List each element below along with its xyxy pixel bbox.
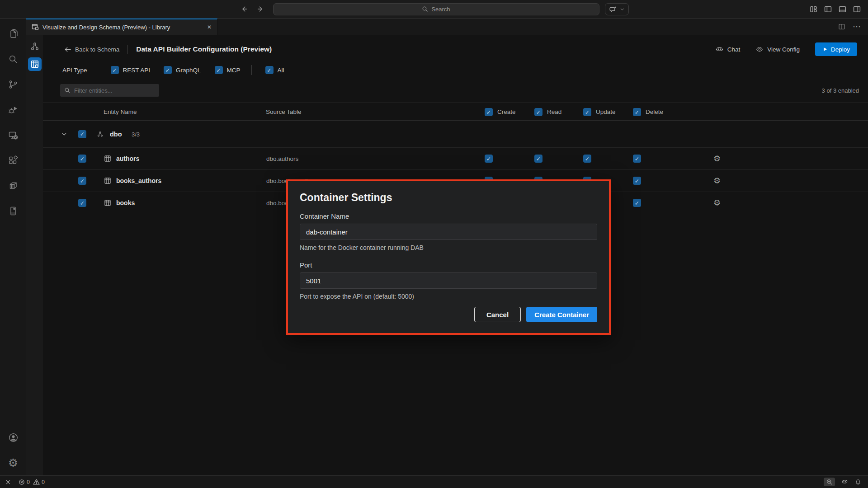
play-icon [822,47,828,52]
entities-table-header: Entity Name Source Table Create Read Upd… [43,103,868,121]
account-icon[interactable] [0,425,26,450]
table-row-authors[interactable]: authors dbo.authors [43,148,868,170]
read-all-checkbox[interactable] [534,108,542,116]
tab-bar: Visualize and Design Schema (Preview) - … [26,19,868,35]
all-checkbox[interactable] [265,66,274,74]
container-settings-dialog: Container Settings Container Name Name f… [286,179,611,335]
toggle-primary-sidebar-icon[interactable] [824,5,832,13]
run-debug-icon[interactable] [0,97,26,122]
entity-settings-gear-icon[interactable] [713,177,721,185]
col-entity-name: Entity Name [104,103,137,121]
mcp-checkbox-item[interactable]: MCP [215,66,241,74]
cancel-button[interactable]: Cancel [474,307,521,322]
group-count: 3/3 [132,131,140,137]
create-all-checkbox[interactable] [485,108,493,116]
copilot-chat-button[interactable] [605,3,629,15]
activity-bar [0,19,26,475]
collapse-chevron-icon[interactable] [61,131,67,137]
extensions-icon[interactable] [0,148,26,173]
filter-entities-input[interactable] [60,84,159,97]
delete-checkbox[interactable] [633,177,641,185]
chat-button[interactable]: Chat [715,45,741,54]
schema-designer-tab-icon [32,23,39,31]
schema-diagram-icon[interactable] [29,41,40,52]
search-icon [422,6,428,12]
copilot-status-icon[interactable] [841,478,849,486]
remote-indicator-icon[interactable] [5,479,12,486]
api-type-separator [251,65,252,75]
col-source-table: Source Table [266,103,302,121]
table-icon [104,177,111,184]
nav-back-icon[interactable] [240,5,249,14]
remote-explorer-icon[interactable] [0,122,26,148]
search-label: Search [431,6,450,13]
toggle-secondary-sidebar-icon[interactable] [853,5,861,13]
source-control-icon[interactable] [0,72,26,97]
toggle-panel-icon[interactable] [839,5,846,13]
deploy-button[interactable]: Deploy [815,42,857,56]
row-checkbox[interactable] [78,155,86,163]
read-checkbox[interactable] [534,155,542,163]
schema-group-row[interactable]: dbo 3/3 [43,121,868,148]
dab-config-view-icon[interactable] [28,57,42,71]
container-tools-icon[interactable] [0,173,26,198]
row-checkbox[interactable] [78,177,86,185]
group-checkbox[interactable] [78,130,86,138]
header-separator [127,45,128,54]
rest-api-checkbox[interactable] [111,66,119,74]
delete-checkbox[interactable] [633,199,641,207]
tab-visualize-schema[interactable]: Visualize and Design Schema (Preview) - … [26,19,217,35]
rest-api-checkbox-item[interactable]: REST API [111,66,151,74]
row-checkbox[interactable] [78,199,86,207]
port-input[interactable] [300,272,597,289]
editor-more-actions-icon[interactable] [853,23,861,31]
filter-search-icon [64,87,71,94]
update-checkbox[interactable] [583,155,591,163]
notifications-bell-icon[interactable] [854,479,862,486]
split-editor-icon[interactable] [838,23,845,30]
explorer-icon[interactable] [0,21,26,47]
nav-forward-icon[interactable] [256,5,265,14]
enabled-summary: 3 of 3 enabled [822,87,859,94]
api-type-label: API Type [62,67,87,74]
title-bar: Search [0,0,868,19]
status-bar: 0 0 [0,475,868,488]
delete-all-checkbox[interactable] [633,108,641,116]
port-label: Port [300,261,597,269]
filter-row: 3 of 3 enabled [43,84,868,97]
tab-title: Visualize and Design Schema (Preview) - … [42,24,170,31]
view-config-button[interactable]: View Config [755,45,800,53]
chevron-down-icon [620,7,625,12]
update-all-checkbox[interactable] [583,108,591,116]
graphql-checkbox-item[interactable]: GraphQL [164,66,201,74]
entity-settings-gear-icon[interactable] [713,199,721,207]
create-container-button[interactable]: Create Container [526,307,597,322]
entity-settings-gear-icon[interactable] [713,155,721,163]
problems-warnings[interactable]: 0 [33,479,45,485]
error-icon [19,479,25,485]
eye-icon [755,45,764,53]
graphql-checkbox[interactable] [164,66,172,74]
all-checkbox-item[interactable]: All [265,66,284,74]
back-to-schema-button[interactable]: Back to Schema [63,46,119,53]
container-name-input[interactable] [300,224,597,240]
mcp-checkbox[interactable] [215,66,223,74]
problems-errors[interactable]: 0 [19,479,30,485]
tab-close-icon[interactable] [207,24,212,30]
schema-icon [96,130,104,138]
create-checkbox[interactable] [485,155,493,163]
search-view-icon[interactable] [0,47,26,72]
page-header: Back to Schema Data API Builder Configur… [43,41,868,57]
database-projects-icon[interactable] [0,198,26,224]
zoom-status-icon[interactable] [824,478,835,486]
port-help: Port to expose the API on (default: 5000… [300,292,597,300]
warning-icon [33,479,40,485]
customize-layout-icon[interactable] [810,5,817,13]
delete-checkbox[interactable] [633,155,641,163]
container-name-help: Name for the Docker container running DA… [300,244,597,252]
table-icon [104,199,111,206]
back-arrow-icon [63,46,71,53]
search-input[interactable]: Search [273,3,599,15]
chat-sparkle-icon [609,5,617,13]
settings-gear-icon[interactable] [0,450,26,475]
